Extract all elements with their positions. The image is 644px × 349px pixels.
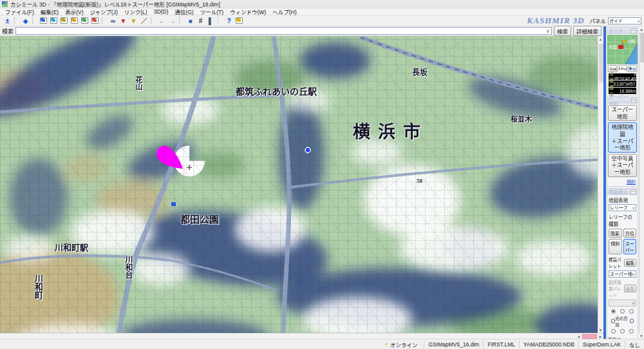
search-label: 検索: [2, 27, 14, 35]
scroll-down-icon[interactable]: ▼: [639, 333, 644, 339]
super-topo-button-1[interactable]: スーパー地形: [608, 105, 637, 121]
lightning-icon: ⚡: [384, 341, 388, 348]
advanced-search-button[interactable]: 詳細検索: [573, 26, 601, 36]
minimize-icon[interactable]: —: [630, 189, 636, 194]
map-horizontal-scrollbar[interactable]: ◄ ►: [0, 333, 603, 339]
super-topo-panel: スーパー地形 — スーパー地形地理院地図 ＋スーパー地形空中写真 ＋スーパー地形…: [607, 97, 638, 187]
menu-item-10[interactable]: ヘルプ(H): [270, 8, 299, 15]
map-display-panel: 地図表示 — 地図表現 レリーフ∨ レリーフの種類 陰影方位傾斜スーパー 標高パ…: [607, 188, 638, 339]
search-button[interactable]: 検索: [554, 26, 571, 36]
palette-edit-button[interactable]: 編集: [624, 259, 636, 267]
menu-item-7[interactable]: 通信(G): [172, 8, 196, 15]
toolbar-separator: [102, 17, 106, 24]
map-yellow-tool-icon[interactable]: [234, 16, 244, 25]
toolbar-separator: [32, 17, 37, 24]
scroll-up-icon[interactable]: ▲: [639, 26, 644, 32]
globe-icon: [629, 67, 632, 70]
guide-tab-point[interactable]: Point: [618, 65, 627, 72]
pencil-tool-icon[interactable]: ／: [139, 16, 149, 25]
minimize-icon[interactable]: —: [631, 98, 636, 103]
marker-red-tool-icon[interactable]: ▼: [118, 16, 128, 25]
light-dir-se-radio[interactable]: [629, 329, 634, 334]
guide-tab-g[interactable]: G: [628, 65, 637, 72]
menu-item-9[interactable]: ウィンドウ(W): [227, 8, 269, 15]
relief-type-button[interactable]: 傾斜: [609, 239, 622, 254]
relief-type-button[interactable]: 方位: [623, 229, 637, 238]
light-dir-sw-radio[interactable]: [611, 329, 616, 334]
search-bar: 検索 ∨ 検索 詳細検索: [0, 26, 603, 36]
map-tool-5-icon[interactable]: [80, 16, 90, 25]
terms-link[interactable]: 規約: [607, 178, 638, 186]
map-tool-4-icon[interactable]: [70, 16, 79, 25]
super-topo-button-3[interactable]: 空中写真 ＋スーパー地形: [608, 154, 637, 177]
zoom-tool-icon[interactable]: ±: [3, 16, 12, 25]
map-tool-2-icon[interactable]: [49, 16, 59, 25]
menu-item-3[interactable]: 表示(V): [62, 8, 86, 15]
menu-item-6[interactable]: 3D(D): [151, 8, 171, 15]
back-tool-icon[interactable]: ←: [157, 16, 167, 25]
map-display-title: 地図表示: [609, 188, 628, 195]
light-dir-s-radio[interactable]: [620, 329, 625, 334]
map-canvas[interactable]: 都筑ふれあいの丘駅長坂地下桜並木横浜市都田公園川和町駅川和町川和台花山50: [0, 36, 598, 333]
forward-tool-icon[interactable]: →: [167, 16, 177, 25]
minimap-label-kawasaki: 川崎: [627, 39, 635, 43]
window-title: カシミール 3D - 「地理院地図(新版)」レベル16＋スーパー地形 [GSIM…: [10, 0, 220, 8]
gps-device-tool-icon[interactable]: ▌: [206, 16, 216, 25]
map-expression-dropdown[interactable]: レリーフ∨: [609, 204, 636, 211]
application-window: カシミール 3D - 「地理院地図(新版)」レベル16＋スーパー地形 [GSIM…: [0, 0, 644, 349]
binoculars-tool-icon[interactable]: ∞: [108, 16, 118, 25]
side-panel: ガイド — 町田 川崎 GuidePointG 緯度N 35°31'42.45"…: [606, 26, 639, 339]
vscroll-thumb[interactable]: [599, 44, 603, 82]
light-direction-label: 光の方向: [615, 315, 629, 328]
toolbar-separator: [151, 17, 155, 24]
relief-palette-label: 起伏強調パレット: [609, 279, 623, 298]
menu-item-1[interactable]: ファイル(F): [3, 8, 37, 15]
scroll-left-icon[interactable]: ◄: [576, 334, 582, 339]
chevron-down-icon: ∨: [638, 19, 640, 23]
menu-item-5[interactable]: リンク(L): [122, 8, 150, 15]
search-input[interactable]: ∨: [15, 27, 552, 35]
map-tool-3-icon[interactable]: [59, 16, 69, 25]
toolbar: ±◆∞▼▼／←→■#▌? KASHMIR 3D パネル ガイド∨: [0, 15, 644, 26]
kashmir-logo: KASHMIR 3D: [527, 15, 584, 26]
panel-scroll-thumb[interactable]: [640, 33, 644, 62]
pan-tool-icon[interactable]: ◆: [21, 16, 30, 25]
super-topo-button-2[interactable]: 地理院地図 ＋スーパー地形: [608, 122, 637, 153]
scroll-right-icon[interactable]: ►: [598, 334, 603, 339]
map-vertical-scrollbar[interactable]: ▲ ▼: [598, 36, 603, 333]
guide-panel: ガイド — 町田 川崎 GuidePointG 緯度N 35°31'42.45"…: [607, 27, 638, 95]
relief-type-button[interactable]: スーパー: [623, 239, 637, 254]
hscroll-thumb[interactable]: [582, 334, 597, 339]
guide-minimap[interactable]: 町田 川崎: [607, 35, 638, 64]
help-tool-icon[interactable]: ?: [224, 16, 234, 25]
status-field: GSIMapMV5_16.dim: [424, 341, 483, 348]
light-dir-ne-radio[interactable]: [629, 309, 634, 314]
status-bar: ⚡ オンライン GSIMapMV5_16.dimFIRST.LMLYAMADB2…: [0, 339, 644, 349]
palette-dropdown[interactable]: スーパー地形＋地図∨: [609, 270, 636, 278]
menu-item-2[interactable]: 編集(E): [38, 8, 61, 15]
windows-tool-icon[interactable]: ■: [185, 16, 195, 25]
terrain-relief-map: [0, 36, 598, 333]
light-dir-e-radio[interactable]: [630, 319, 634, 323]
toolbar-separator: [14, 17, 19, 24]
relief-type-label: レリーフの種類: [607, 212, 638, 227]
map-tool-1-icon[interactable]: [39, 16, 48, 25]
panel-selector-dropdown[interactable]: ガイド∨: [608, 17, 641, 24]
minimize-icon[interactable]: —: [630, 28, 636, 33]
menu-item-8[interactable]: ツール(T): [198, 8, 226, 15]
light-dir-n-radio[interactable]: [620, 309, 625, 314]
scroll-down-icon[interactable]: ▼: [598, 327, 603, 333]
marker-yellow-tool-icon[interactable]: ▼: [129, 16, 138, 25]
scroll-up-icon[interactable]: ▲: [598, 36, 603, 42]
status-field: SuperDem.LAK: [578, 341, 625, 348]
map-tool-6-icon[interactable]: [90, 16, 100, 25]
panel-scrollbar[interactable]: ▲ ▼: [639, 26, 644, 339]
hand-icon: [619, 67, 620, 70]
map-expression-label: 地図表現: [607, 195, 638, 203]
menu-item-4[interactable]: ジャンプ(J): [88, 8, 120, 15]
grid-tool-icon[interactable]: #: [196, 16, 205, 25]
relief-type-button[interactable]: 陰影: [609, 229, 622, 238]
panel-selector-label: パネル: [589, 17, 606, 24]
palette-label: 標高パレット: [609, 256, 623, 269]
light-dir-nw-radio[interactable]: [611, 309, 616, 314]
